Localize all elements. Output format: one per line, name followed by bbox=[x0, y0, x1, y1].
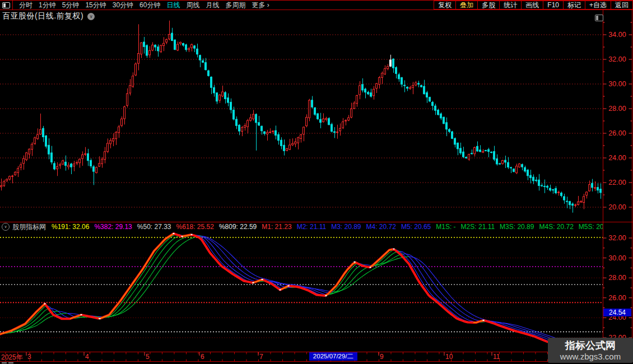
price-label: 24.00 bbox=[604, 154, 631, 162]
indicator-chevron-down-icon[interactable]: ∨ bbox=[2, 223, 10, 231]
toolbar-button[interactable]: 叠加 bbox=[455, 1, 478, 10]
month-label: 11 bbox=[493, 353, 500, 361]
period-tab[interactable]: 周线 bbox=[186, 1, 199, 10]
period-tab[interactable]: 15分钟 bbox=[85, 1, 106, 10]
title-bar: 百亚股份(日线.前复权) ∨ bbox=[2, 11, 95, 22]
period-tab[interactable]: 60分钟 bbox=[139, 1, 160, 10]
period-tab[interactable]: 1分钟 bbox=[39, 1, 56, 10]
price-label: 20.00 bbox=[604, 203, 631, 211]
indicator-price-label: 26.00 bbox=[604, 294, 631, 302]
toolbar-button[interactable]: 统计 bbox=[499, 1, 522, 10]
price-label: 22.00 bbox=[604, 179, 631, 186]
trading-terminal: 分时1分钟5分钟15分钟30分钟60分钟日线周线月线多周期更多 › 复权叠加多股… bbox=[0, 0, 633, 364]
price-label: 28.00 bbox=[604, 105, 631, 113]
clipped-text-stub bbox=[8, 362, 13, 363]
main-candlestick-chart[interactable] bbox=[0, 22, 603, 222]
period-tab[interactable]: 分时 bbox=[19, 1, 32, 10]
period-tab[interactable]: 30分钟 bbox=[113, 1, 133, 10]
period-tab[interactable]: 日线 bbox=[166, 1, 180, 10]
toolbar-button[interactable]: 多股 bbox=[477, 1, 500, 10]
indicator-header: ∨ 股朋指标网 %191: 32.06%382: 29.13%50: 27.33… bbox=[0, 222, 603, 231]
legend-item: M5S: 20.65 bbox=[579, 223, 603, 231]
indicator-name: 股朋指标网 bbox=[12, 222, 46, 231]
period-tab[interactable]: 多周期 bbox=[225, 1, 245, 10]
cursor-date-tag: 2025/07/29/二 bbox=[309, 352, 357, 361]
top-toolbar: 分时1分钟5分钟15分钟30分钟60分钟日线周线月线多周期更多 › 复权叠加多股… bbox=[0, 1, 633, 10]
title-chevron-down-icon[interactable]: ∨ bbox=[87, 13, 95, 20]
toolbar-buttons: 复权叠加多股统计画线F10标记+自选返回 bbox=[434, 1, 633, 10]
month-label: 10 bbox=[445, 353, 453, 361]
price-label: 30.00 bbox=[604, 80, 631, 88]
month-label: 7 bbox=[259, 353, 263, 361]
toolbar-button[interactable]: 复权 bbox=[434, 1, 456, 10]
legend-item: %382: 29.13 bbox=[94, 223, 132, 231]
watermark-url: www.zbgs3.com bbox=[560, 352, 621, 361]
month-label: 4 bbox=[85, 353, 89, 361]
legend-item: %191: 32.06 bbox=[52, 223, 89, 231]
toolbar-button[interactable]: +自选 bbox=[585, 1, 611, 10]
split-view-icon bbox=[2, 2, 10, 8]
legend-item: M5: 20.65 bbox=[401, 223, 431, 231]
toolbar-button[interactable]: 标记 bbox=[563, 1, 585, 10]
indicator-price-label: 28.00 bbox=[604, 274, 631, 282]
legend-item: M2: 21.11 bbox=[297, 223, 326, 231]
legend-item: M4: 20.72 bbox=[366, 223, 396, 231]
legend-item: M3: 20.89 bbox=[331, 223, 361, 231]
legend-item: M3S: 20.89 bbox=[500, 223, 534, 231]
legend-item: %50: 27.33 bbox=[137, 223, 171, 231]
price-label: 32.00 bbox=[604, 55, 631, 63]
month-label: 5 bbox=[146, 353, 150, 361]
toolbar-button[interactable]: F10 bbox=[543, 1, 564, 10]
bottom-clipped-strip bbox=[0, 362, 633, 364]
period-tab[interactable]: 更多 › bbox=[252, 1, 269, 10]
period-tab[interactable]: 5分钟 bbox=[62, 1, 80, 10]
toolbar-button[interactable]: 返回 bbox=[611, 1, 633, 10]
indicator-price-label: 30.00 bbox=[604, 254, 631, 262]
legend-item: %618: 25.52 bbox=[176, 223, 214, 231]
legend-item: M1: 21.23 bbox=[262, 223, 291, 231]
month-label: 9 bbox=[380, 353, 384, 361]
legend-item: M4S: 20.72 bbox=[539, 223, 573, 231]
clipped-text-stub bbox=[2, 362, 7, 363]
split-view-toggle-right[interactable] bbox=[595, 13, 603, 24]
period-tab[interactable]: 月线 bbox=[206, 1, 219, 10]
watermark-title: 指标公式网 bbox=[565, 340, 616, 352]
split-view-icon bbox=[595, 15, 603, 21]
month-label: 3 bbox=[27, 353, 31, 361]
price-label: 26.00 bbox=[604, 129, 631, 137]
layout-toggle-button[interactable] bbox=[0, 1, 13, 10]
axis-value-tag: 24.54 bbox=[603, 309, 631, 316]
watermark: 指标公式网 www.zbgs3.com bbox=[548, 338, 633, 363]
top-period-list: 分时1分钟5分钟15分钟30分钟60分钟日线周线月线多周期更多 › bbox=[13, 1, 269, 10]
date-axis: 2025年 2025/07/29/二 3456791011 bbox=[0, 352, 633, 361]
indicator-price-label: 32.00 bbox=[604, 234, 631, 242]
stock-title: 百亚股份(日线.前复权) bbox=[2, 11, 83, 21]
indicator-chart[interactable] bbox=[0, 232, 603, 352]
toolbar-button[interactable]: 画线 bbox=[521, 1, 543, 10]
indicator-legend: %191: 32.06%382: 29.13%50: 27.33%618: 25… bbox=[52, 223, 603, 231]
legend-item: %809: 22.59 bbox=[219, 223, 257, 231]
price-label: 34.00 bbox=[604, 31, 631, 39]
legend-item: M2S: 21.11 bbox=[461, 223, 495, 231]
month-label: 6 bbox=[201, 353, 204, 361]
legend-item: M1S: - bbox=[436, 223, 455, 231]
